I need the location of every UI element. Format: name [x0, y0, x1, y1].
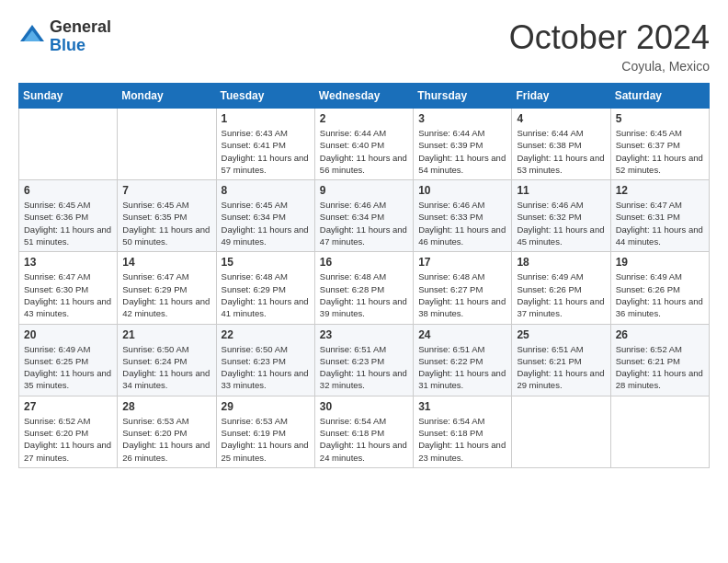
day-number: 22	[222, 328, 310, 341]
day-info: Sunrise: 6:50 AMSunset: 6:24 PMDaylight:…	[122, 343, 210, 392]
day-info: Sunrise: 6:49 AMSunset: 6:26 PMDaylight:…	[517, 270, 605, 319]
calendar-cell: 22Sunrise: 6:50 AMSunset: 6:23 PMDayligh…	[216, 324, 314, 396]
calendar-cell	[610, 396, 709, 467]
day-number: 6	[24, 184, 112, 197]
day-number: 4	[517, 112, 605, 125]
day-info: Sunrise: 6:48 AMSunset: 6:29 PMDaylight:…	[222, 270, 310, 319]
day-number: 20	[24, 328, 112, 341]
day-info: Sunrise: 6:47 AMSunset: 6:30 PMDaylight:…	[24, 270, 112, 319]
calendar-cell: 17Sunrise: 6:48 AMSunset: 6:27 PMDayligh…	[414, 252, 512, 324]
day-number: 1	[222, 112, 310, 125]
calendar-cell	[118, 109, 216, 180]
day-info: Sunrise: 6:45 AMSunset: 6:37 PMDaylight:…	[616, 127, 704, 176]
page-header: General Blue October 2024 Coyula, Mexico	[18, 18, 710, 74]
calendar-cell: 29Sunrise: 6:53 AMSunset: 6:19 PMDayligh…	[216, 396, 314, 467]
day-number: 10	[418, 184, 506, 197]
day-info: Sunrise: 6:45 AMSunset: 6:34 PMDaylight:…	[222, 199, 310, 247]
calendar-cell	[19, 109, 118, 180]
calendar-cell: 2Sunrise: 6:44 AMSunset: 6:40 PMDaylight…	[314, 109, 413, 180]
calendar: SundayMondayTuesdayWednesdayThursdayFrid…	[18, 83, 710, 468]
day-number: 9	[320, 184, 408, 197]
calendar-week-4: 20Sunrise: 6:49 AMSunset: 6:25 PMDayligh…	[19, 324, 710, 396]
day-info: Sunrise: 6:44 AMSunset: 6:40 PMDaylight:…	[320, 127, 408, 176]
day-number: 3	[418, 112, 506, 125]
day-number: 27	[24, 400, 112, 413]
calendar-week-1: 1Sunrise: 6:43 AMSunset: 6:41 PMDaylight…	[19, 109, 710, 180]
weekday-friday: Friday	[512, 84, 610, 109]
day-number: 5	[616, 112, 704, 125]
day-number: 2	[320, 112, 408, 125]
day-number: 31	[418, 400, 506, 413]
calendar-cell: 27Sunrise: 6:52 AMSunset: 6:20 PMDayligh…	[19, 396, 118, 467]
day-info: Sunrise: 6:47 AMSunset: 6:31 PMDaylight:…	[616, 199, 704, 247]
calendar-cell: 19Sunrise: 6:49 AMSunset: 6:26 PMDayligh…	[610, 252, 709, 324]
day-info: Sunrise: 6:47 AMSunset: 6:29 PMDaylight:…	[122, 270, 210, 319]
weekday-sunday: Sunday	[19, 84, 118, 109]
day-number: 17	[418, 256, 506, 269]
calendar-cell: 4Sunrise: 6:44 AMSunset: 6:38 PMDaylight…	[512, 109, 610, 180]
day-number: 12	[616, 184, 704, 197]
day-info: Sunrise: 6:51 AMSunset: 6:22 PMDaylight:…	[418, 343, 506, 392]
calendar-cell: 6Sunrise: 6:45 AMSunset: 6:36 PMDaylight…	[19, 180, 118, 252]
day-number: 26	[616, 328, 704, 341]
calendar-cell: 15Sunrise: 6:48 AMSunset: 6:29 PMDayligh…	[216, 252, 314, 324]
calendar-cell: 21Sunrise: 6:50 AMSunset: 6:24 PMDayligh…	[118, 324, 216, 396]
calendar-cell: 9Sunrise: 6:46 AMSunset: 6:34 PMDaylight…	[314, 180, 413, 252]
day-info: Sunrise: 6:50 AMSunset: 6:23 PMDaylight:…	[222, 343, 310, 392]
calendar-cell: 7Sunrise: 6:45 AMSunset: 6:35 PMDaylight…	[118, 180, 216, 252]
day-number: 30	[320, 400, 408, 413]
day-info: Sunrise: 6:43 AMSunset: 6:41 PMDaylight:…	[222, 127, 310, 176]
logo-icon	[18, 23, 46, 51]
calendar-cell: 16Sunrise: 6:48 AMSunset: 6:28 PMDayligh…	[314, 252, 413, 324]
day-number: 24	[418, 328, 506, 341]
day-info: Sunrise: 6:52 AMSunset: 6:20 PMDaylight:…	[24, 415, 112, 464]
calendar-cell: 5Sunrise: 6:45 AMSunset: 6:37 PMDaylight…	[610, 109, 709, 180]
day-info: Sunrise: 6:46 AMSunset: 6:34 PMDaylight:…	[320, 199, 408, 247]
calendar-cell: 30Sunrise: 6:54 AMSunset: 6:18 PMDayligh…	[314, 396, 413, 467]
calendar-cell: 10Sunrise: 6:46 AMSunset: 6:33 PMDayligh…	[414, 180, 512, 252]
logo-blue: Blue	[50, 37, 111, 55]
calendar-cell: 14Sunrise: 6:47 AMSunset: 6:29 PMDayligh…	[118, 252, 216, 324]
calendar-cell: 23Sunrise: 6:51 AMSunset: 6:23 PMDayligh…	[314, 324, 413, 396]
calendar-cell: 28Sunrise: 6:53 AMSunset: 6:20 PMDayligh…	[118, 396, 216, 467]
day-number: 25	[517, 328, 605, 341]
calendar-cell: 12Sunrise: 6:47 AMSunset: 6:31 PMDayligh…	[610, 180, 709, 252]
day-number: 7	[122, 184, 210, 197]
day-info: Sunrise: 6:44 AMSunset: 6:39 PMDaylight:…	[418, 127, 506, 176]
day-info: Sunrise: 6:53 AMSunset: 6:20 PMDaylight:…	[122, 415, 210, 464]
logo: General Blue	[18, 18, 111, 55]
day-info: Sunrise: 6:48 AMSunset: 6:28 PMDaylight:…	[320, 270, 408, 319]
calendar-week-5: 27Sunrise: 6:52 AMSunset: 6:20 PMDayligh…	[19, 396, 710, 467]
day-info: Sunrise: 6:45 AMSunset: 6:36 PMDaylight:…	[24, 199, 112, 247]
logo-general: General	[50, 18, 111, 37]
logo-text: General Blue	[50, 18, 111, 55]
title-block: October 2024 Coyula, Mexico	[509, 18, 710, 74]
calendar-cell: 8Sunrise: 6:45 AMSunset: 6:34 PMDaylight…	[216, 180, 314, 252]
weekday-monday: Monday	[118, 84, 216, 109]
weekday-saturday: Saturday	[610, 84, 709, 109]
calendar-cell: 11Sunrise: 6:46 AMSunset: 6:32 PMDayligh…	[512, 180, 610, 252]
day-number: 8	[222, 184, 310, 197]
calendar-cell: 3Sunrise: 6:44 AMSunset: 6:39 PMDaylight…	[414, 109, 512, 180]
location: Coyula, Mexico	[509, 59, 710, 74]
day-info: Sunrise: 6:51 AMSunset: 6:23 PMDaylight:…	[320, 343, 408, 392]
calendar-header: SundayMondayTuesdayWednesdayThursdayFrid…	[19, 84, 710, 109]
calendar-cell: 13Sunrise: 6:47 AMSunset: 6:30 PMDayligh…	[19, 252, 118, 324]
day-info: Sunrise: 6:46 AMSunset: 6:33 PMDaylight:…	[418, 199, 506, 247]
weekday-tuesday: Tuesday	[216, 84, 314, 109]
day-number: 21	[122, 328, 210, 341]
day-number: 15	[222, 256, 310, 269]
day-info: Sunrise: 6:45 AMSunset: 6:35 PMDaylight:…	[122, 199, 210, 247]
calendar-cell: 24Sunrise: 6:51 AMSunset: 6:22 PMDayligh…	[414, 324, 512, 396]
month-title: October 2024	[509, 18, 710, 57]
calendar-cell: 31Sunrise: 6:54 AMSunset: 6:18 PMDayligh…	[414, 396, 512, 467]
day-info: Sunrise: 6:46 AMSunset: 6:32 PMDaylight:…	[517, 199, 605, 247]
day-info: Sunrise: 6:44 AMSunset: 6:38 PMDaylight:…	[517, 127, 605, 176]
day-info: Sunrise: 6:48 AMSunset: 6:27 PMDaylight:…	[418, 270, 506, 319]
day-number: 29	[222, 400, 310, 413]
day-number: 16	[320, 256, 408, 269]
calendar-body: 1Sunrise: 6:43 AMSunset: 6:41 PMDaylight…	[19, 109, 710, 468]
day-info: Sunrise: 6:53 AMSunset: 6:19 PMDaylight:…	[222, 415, 310, 464]
calendar-cell: 18Sunrise: 6:49 AMSunset: 6:26 PMDayligh…	[512, 252, 610, 324]
day-info: Sunrise: 6:51 AMSunset: 6:21 PMDaylight:…	[517, 343, 605, 392]
